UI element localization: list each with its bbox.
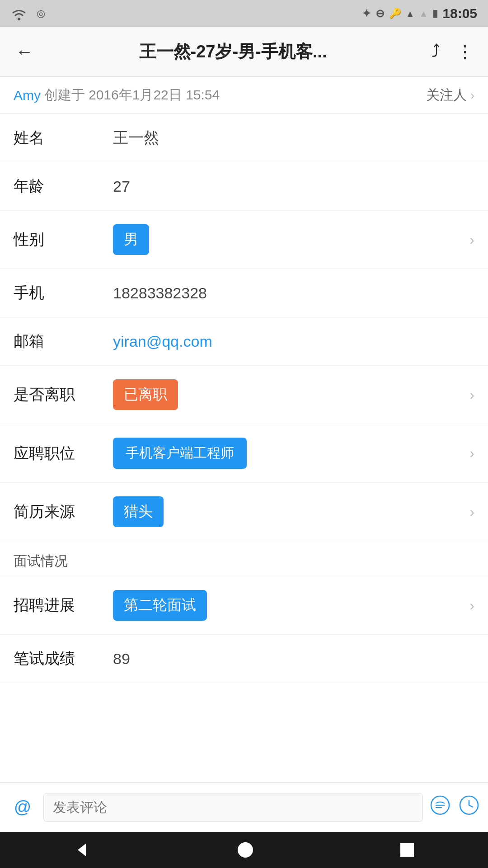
source-chevron: › (469, 504, 474, 520)
author-name[interactable]: Amy (14, 88, 41, 103)
app-bar-actions: ⤴ ⋮ (428, 38, 477, 66)
signal-icon: ▲ (406, 9, 415, 19)
status-left-icons: ◎ (11, 5, 49, 22)
value-phone: 18283382328 (113, 284, 474, 302)
value-email[interactable]: yiran@qq.com (113, 333, 474, 350)
nav-home-button[interactable] (219, 837, 272, 863)
source-tag[interactable]: 猎头 (113, 496, 164, 527)
gender-chevron: › (469, 231, 474, 248)
value-name: 王一然 (113, 127, 474, 148)
value-resigned: 已离职 (113, 379, 465, 410)
value-position: 手机客户端工程师 (113, 438, 465, 469)
label-age: 年龄 (14, 176, 113, 197)
sim-icon: ◎ (33, 5, 49, 22)
battery-icon: ▮ (432, 8, 438, 19)
clock-icon-button[interactable] (459, 795, 479, 819)
section-interview-label: 面试情况 (14, 553, 68, 568)
field-score-partial: 笔试成绩 89 (0, 635, 488, 683)
page-title: 王一然-27岁-男-手机客... (38, 40, 428, 63)
field-email[interactable]: 邮箱 yiran@qq.com (0, 317, 488, 366)
nav-back-button[interactable] (55, 836, 109, 863)
nav-recent-button[interactable] (381, 838, 433, 862)
app-bar: ← 王一然-27岁-男-手机客... ⤴ ⋮ (0, 27, 488, 77)
label-phone: 手机 (14, 283, 113, 303)
svg-point-8 (238, 842, 253, 858)
position-chevron: › (469, 445, 474, 462)
back-button[interactable]: ← (11, 38, 38, 66)
label-progress: 招聘进展 (14, 595, 113, 616)
svg-rect-9 (400, 843, 414, 857)
meta-info: Amy 创建于 2016年1月22日 15:54 (14, 86, 220, 104)
label-email: 邮箱 (14, 331, 113, 352)
email-link[interactable]: yiran@qq.com (113, 333, 212, 350)
field-phone: 手机 18283382328 (0, 269, 488, 317)
label-score: 笔试成绩 (14, 648, 113, 669)
time-display: 18:05 (442, 6, 477, 21)
resigned-tag[interactable]: 已离职 (113, 379, 178, 410)
label-source: 简历来源 (14, 501, 113, 522)
wifi-icon (11, 5, 27, 22)
value-progress: 第二轮面试 (113, 590, 465, 621)
minus-icon: ⊖ (375, 7, 385, 20)
created-date: 2016年1月22日 15:54 (89, 86, 220, 104)
follow-chevron: › (470, 88, 474, 103)
key-icon: 🔑 (389, 8, 401, 19)
resigned-chevron: › (469, 387, 474, 403)
field-progress[interactable]: 招聘进展 第二轮面试 › (0, 576, 488, 635)
label-name: 姓名 (14, 127, 113, 148)
field-name: 姓名 王一然 (0, 114, 488, 162)
no-signal-icon: ▲ (419, 9, 428, 19)
created-prefix: 创建于 (44, 86, 85, 104)
meta-row: Amy 创建于 2016年1月22日 15:54 关注人 › (0, 77, 488, 114)
section-interview: 面试情况 (0, 541, 488, 576)
field-resigned[interactable]: 是否离职 已离职 › (0, 366, 488, 424)
follow-label: 关注人 (426, 86, 467, 104)
status-bar: ◎ ✦ ⊖ 🔑 ▲ ▲ ▮ 18:05 (0, 0, 488, 27)
follow-button[interactable]: 关注人 › (426, 86, 474, 104)
label-position: 应聘职位 (14, 443, 113, 464)
svg-point-0 (18, 18, 20, 20)
label-resigned: 是否离职 (14, 384, 113, 405)
chat-icon-button[interactable] (430, 795, 450, 819)
progress-chevron: › (469, 597, 474, 614)
field-age: 年龄 27 (0, 162, 488, 211)
status-right-icons: ✦ ⊖ 🔑 ▲ ▲ ▮ 18:05 (362, 6, 477, 21)
value-score: 89 (113, 650, 474, 668)
field-gender[interactable]: 性别 男 › (0, 211, 488, 269)
comment-bar: @ (0, 782, 488, 832)
label-gender: 性别 (14, 229, 113, 250)
bluetooth-icon: ✦ (362, 7, 371, 20)
at-button[interactable]: @ (9, 794, 36, 821)
comment-input[interactable] (43, 793, 423, 822)
value-source: 猎头 (113, 496, 465, 527)
position-tag[interactable]: 手机客户端工程师 (113, 438, 247, 469)
comment-actions (430, 795, 479, 819)
svg-line-6 (469, 805, 473, 807)
progress-tag[interactable]: 第二轮面试 (113, 590, 207, 621)
gender-tag[interactable]: 男 (113, 224, 149, 255)
nav-bar (0, 832, 488, 868)
svg-marker-7 (78, 844, 86, 856)
share-button[interactable]: ⤴ (428, 38, 444, 65)
value-gender: 男 (113, 224, 465, 255)
more-button[interactable]: ⋮ (453, 38, 477, 66)
field-source[interactable]: 简历来源 猎头 › (0, 483, 488, 541)
value-age: 27 (113, 178, 474, 195)
field-position[interactable]: 应聘职位 手机客户端工程师 › (0, 424, 488, 483)
